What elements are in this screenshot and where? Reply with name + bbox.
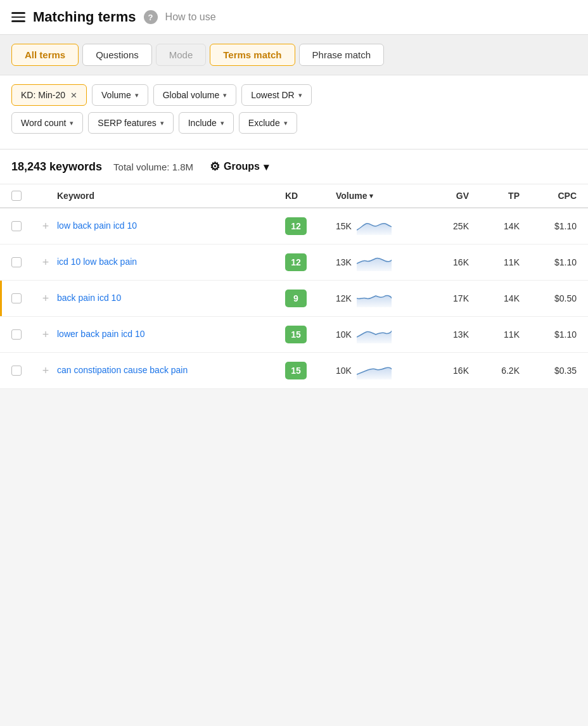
cpc-cell-3: $1.10 <box>520 329 577 340</box>
kd-badge-4: 15 <box>285 362 307 379</box>
include-filter-arrow: ▾ <box>220 119 224 127</box>
keyword-link-2[interactable]: back pain icd 10 <box>57 293 121 303</box>
add-keyword-2[interactable]: + <box>34 292 57 305</box>
volume-cell-4: 10K <box>336 362 418 379</box>
kd-badge-2: 9 <box>285 290 307 307</box>
gv-cell-0: 25K <box>418 221 469 231</box>
tp-cell-2: 14K <box>469 293 520 303</box>
keyword-link-4[interactable]: can constipation cause back pain <box>57 365 188 375</box>
table-row: + lower back pain icd 10 15 10K 13K 11K … <box>0 317 588 353</box>
serp-features-filter-label: SERP features <box>98 118 156 128</box>
tab-questions[interactable]: Questions <box>82 44 152 66</box>
stats-row: 18,243 keywords Total volume: 1.8M ⚙ Gro… <box>0 150 588 184</box>
tab-phrase-match[interactable]: Phrase match <box>299 44 385 66</box>
exclude-filter-button[interactable]: Exclude ▾ <box>239 112 297 134</box>
cpc-cell-1: $1.10 <box>520 257 577 267</box>
kd-filter-button[interactable]: KD: Min-20 ✕ <box>11 84 87 106</box>
volume-filter-button[interactable]: Volume ▾ <box>92 84 148 106</box>
table-row: + low back pain icd 10 12 15K 25K 14K $1… <box>0 208 588 245</box>
how-to-use-link[interactable]: How to use <box>165 11 216 23</box>
filters-row-1: KD: Min-20 ✕ Volume ▾ Global volume ▾ Lo… <box>11 84 577 106</box>
table-row: + back pain icd 10 9 12K 17K 14K $0.50 <box>0 281 588 317</box>
col-header-volume[interactable]: Volume ▾ <box>336 191 418 201</box>
serp-features-filter-arrow: ▾ <box>160 119 164 127</box>
volume-cell-0: 15K <box>336 217 418 235</box>
page-title: Matching terms <box>33 9 136 25</box>
filters-section: KD: Min-20 ✕ Volume ▾ Global volume ▾ Lo… <box>0 75 588 150</box>
menu-icon[interactable] <box>11 12 25 22</box>
table-header-row: Keyword KD Volume ▾ GV TP CPC <box>0 184 588 208</box>
volume-filter-arrow: ▾ <box>135 91 139 99</box>
gv-cell-4: 16K <box>418 366 469 376</box>
tp-cell-0: 14K <box>469 221 520 231</box>
table-row: + icd 10 low back pain 12 13K 16K 11K $1… <box>0 245 588 281</box>
kd-filter-close[interactable]: ✕ <box>70 91 77 100</box>
select-all-checkbox[interactable] <box>11 191 22 201</box>
col-header-keyword: Keyword <box>57 191 285 201</box>
keywords-table: Keyword KD Volume ▾ GV TP CPC + low back… <box>0 184 588 389</box>
row-checkbox-1[interactable] <box>11 257 22 267</box>
keyword-link-3[interactable]: lower back pain icd 10 <box>57 329 145 339</box>
col-header-gv: GV <box>418 191 469 201</box>
row-checkbox-3[interactable] <box>11 329 22 340</box>
groups-button[interactable]: ⚙ Groups ▾ <box>210 160 269 174</box>
keyword-link-1[interactable]: icd 10 low back pain <box>57 257 137 267</box>
volume-cell-2: 12K <box>336 290 418 307</box>
tabs-bar: All terms Questions Mode Terms match Phr… <box>0 35 588 75</box>
filters-row-2: Word count ▾ SERP features ▾ Include ▾ E… <box>11 112 577 134</box>
add-keyword-0[interactable]: + <box>34 220 57 233</box>
gv-cell-1: 16K <box>418 257 469 267</box>
global-volume-filter-arrow: ▾ <box>223 91 227 99</box>
sparkline-3 <box>357 326 392 343</box>
col-header-kd: KD <box>285 191 336 201</box>
gv-cell-2: 17K <box>418 293 469 303</box>
add-keyword-1[interactable]: + <box>34 256 57 269</box>
col-header-tp: TP <box>469 191 520 201</box>
add-keyword-4[interactable]: + <box>34 364 57 378</box>
include-filter-button[interactable]: Include ▾ <box>179 112 234 134</box>
tp-cell-4: 6.2K <box>469 366 520 376</box>
keywords-count: 18,243 keywords <box>11 160 102 174</box>
kd-badge-3: 15 <box>285 326 307 343</box>
keyword-link-0[interactable]: low back pain icd 10 <box>57 220 137 231</box>
tab-all-terms[interactable]: All terms <box>11 44 79 66</box>
groups-arrow: ▾ <box>264 161 269 173</box>
volume-cell-3: 10K <box>336 326 418 343</box>
word-count-filter-button[interactable]: Word count ▾ <box>11 112 83 134</box>
col-header-cpc: CPC <box>520 191 577 201</box>
left-clip-indicator <box>0 281 2 316</box>
row-checkbox-0[interactable] <box>11 221 22 231</box>
serp-features-filter-button[interactable]: SERP features ▾ <box>88 112 173 134</box>
kd-badge-1: 12 <box>285 253 307 271</box>
volume-cell-1: 13K <box>336 253 418 271</box>
groups-label: Groups <box>224 161 260 172</box>
table-row: + can constipation cause back pain 15 10… <box>0 353 588 389</box>
help-icon[interactable]: ? <box>144 10 158 24</box>
word-count-filter-arrow: ▾ <box>70 119 74 127</box>
kd-filter-label: KD: Min-20 <box>21 90 65 100</box>
app-header: Matching terms ? How to use <box>0 0 588 35</box>
kd-badge-0: 12 <box>285 217 307 235</box>
lowest-dr-filter-button[interactable]: Lowest DR ▾ <box>241 84 311 106</box>
gv-cell-3: 13K <box>418 329 469 340</box>
exclude-filter-arrow: ▾ <box>284 119 288 127</box>
cpc-cell-0: $1.10 <box>520 221 577 231</box>
row-checkbox-2[interactable] <box>11 293 22 303</box>
global-volume-filter-button[interactable]: Global volume ▾ <box>153 84 237 106</box>
add-keyword-3[interactable]: + <box>34 328 57 341</box>
cpc-cell-4: $0.35 <box>520 366 577 376</box>
word-count-filter-label: Word count <box>21 118 66 128</box>
cpc-cell-2: $0.50 <box>520 293 577 303</box>
groups-icon: ⚙ <box>210 160 220 174</box>
tab-terms-match[interactable]: Terms match <box>210 44 295 66</box>
tab-mode: Mode <box>156 44 207 66</box>
row-checkbox-4[interactable] <box>11 366 22 376</box>
tp-cell-3: 11K <box>469 329 520 340</box>
lowest-dr-filter-label: Lowest DR <box>251 90 294 100</box>
exclude-filter-label: Exclude <box>248 118 280 128</box>
lowest-dr-filter-arrow: ▾ <box>298 91 302 99</box>
total-volume: Total volume: 1.8M <box>113 162 193 172</box>
global-volume-filter-label: Global volume <box>163 90 220 100</box>
sparkline-2 <box>357 290 392 307</box>
sparkline-4 <box>357 362 392 379</box>
